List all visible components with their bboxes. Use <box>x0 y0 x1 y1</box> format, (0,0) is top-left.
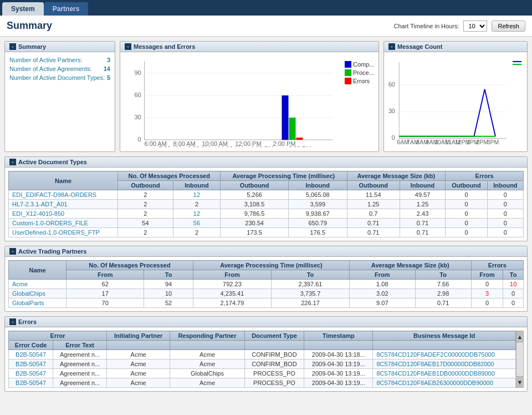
doc-size-out: 11.54 <box>347 190 400 200</box>
active-partners-panel: - Active Trading Partners Name No. Of Me… <box>4 246 528 312</box>
col-size-out: Outbound <box>347 181 400 190</box>
doc-size-in: 0.71 <box>400 219 445 228</box>
err-resp: Acme <box>170 350 244 360</box>
stat-value-2: 5 <box>107 74 110 81</box>
doc-time-in: 9,938.67 <box>288 209 347 219</box>
errors-col-doc: Document Type <box>244 331 304 341</box>
err-resp: Acme <box>170 360 244 369</box>
doc-time-in: 650.79 <box>288 219 347 228</box>
doc-time-in: 3,599 <box>288 200 347 209</box>
errors-sub-resp <box>170 341 244 350</box>
partners-col-from-3: From <box>350 270 416 280</box>
errors-col-ts: Timestamp <box>304 331 373 341</box>
err-init: Acme <box>107 360 170 369</box>
partner-name[interactable]: GlobalChips <box>9 289 66 298</box>
col-proc-in: Inbound <box>173 181 221 190</box>
stat-row-2: Number of Active Document Types: 5 <box>9 74 110 81</box>
err-msgid[interactable]: 8C5784CD120F8AEB26300000DDB90000 <box>373 378 516 388</box>
doc-time-out: 5,266 <box>221 190 289 200</box>
partners-col-name: Name <box>9 261 66 280</box>
partners-col-num-processed: No. Of Messages Processed <box>66 261 193 270</box>
svg-text:3:00 PM: 3:00 PM <box>289 145 311 147</box>
partner-proc-to: 10 <box>144 289 193 298</box>
col-err-in: Inbound <box>487 181 523 190</box>
active-doc-collapse-icon[interactable]: - <box>9 159 16 165</box>
doc-type-name[interactable]: EDI_X12-4010-850 <box>9 209 118 219</box>
stat-label-2: Number of Active Document Types: <box>9 74 105 81</box>
err-resp: GlobalChips <box>170 369 244 378</box>
summary-collapse-icon[interactable]: - <box>9 43 16 50</box>
top-row: - Summary Number of Active Partners: 3 N… <box>4 41 528 152</box>
err-msgid[interactable]: 8C5784CD120F8ADEF2C00000DDB75000 <box>373 350 516 360</box>
err-doc: PROCESS_PO <box>244 369 304 378</box>
doc-type-name[interactable]: HL7-2.3.1-ADT_A01 <box>9 200 118 209</box>
message-count-collapse-icon[interactable]: - <box>388 43 395 50</box>
svg-text:60: 60 <box>388 81 395 88</box>
doc-type-row: Custom-1.0-ORDERS_FILE 54 56 230.54 650.… <box>9 219 524 228</box>
doc-size-out: 0.71 <box>347 228 400 237</box>
scrollbar-track <box>516 342 523 376</box>
errors-col-text: Error Text <box>53 341 107 350</box>
legend-process-label: Proce... <box>353 69 374 76</box>
doc-size-in: 49.57 <box>400 190 445 200</box>
partner-time-to: 226.17 <box>271 298 349 308</box>
chart-timeline-label: Chart Timeline in Hours: <box>393 23 459 29</box>
partner-row: Acme 62 94 792.23 2,397.61 1.08 7.66 0 1… <box>9 280 524 289</box>
messages-collapse-icon[interactable]: - <box>125 43 131 50</box>
scrollbar-down[interactable]: ▼ <box>516 376 523 387</box>
svg-text:9:00 AM: 9:00 AM <box>188 145 210 147</box>
doc-proc-out: 54 <box>118 219 173 228</box>
error-row: B2B-50547 Agreement n... Acme GlobalChip… <box>9 369 516 378</box>
svg-text:0: 0 <box>138 136 141 143</box>
col-name: Name <box>9 171 118 190</box>
tab-system[interactable]: System <box>2 2 44 16</box>
stat-value-1: 14 <box>104 65 110 72</box>
doc-type-name[interactable]: UserDefined-1.0-ORDERS_FTP <box>9 228 118 237</box>
partner-size-from: 1.08 <box>350 280 416 289</box>
partner-size-from: 3.02 <box>350 289 416 298</box>
errors-col-error: Error <box>9 331 107 341</box>
refresh-button[interactable]: Refresh <box>492 21 525 32</box>
summary-panel-header: - Summary <box>5 42 115 52</box>
partner-name[interactable]: Acme <box>9 280 66 289</box>
partner-proc-from: 70 <box>66 298 144 308</box>
main-content: - Summary Number of Active Partners: 3 N… <box>0 37 532 396</box>
partner-size-to: 2.98 <box>415 289 471 298</box>
err-code: B2B-50547 <box>9 369 53 378</box>
err-init: Acme <box>107 350 170 360</box>
partners-col-from-2: From <box>193 270 271 280</box>
legend-process-color <box>345 69 351 76</box>
err-doc: PROCESS_PO <box>244 378 304 388</box>
active-doc-types-title: Active Document Types <box>18 159 87 165</box>
partners-col-from-4: From <box>471 270 503 280</box>
err-msgid[interactable]: 8C5784CD120F8AEB17D00000DDB82000 <box>373 360 516 369</box>
message-count-title: Message Count <box>397 43 442 50</box>
active-partners-title: Active Trading Partners <box>18 248 87 255</box>
partner-name[interactable]: GlobalParts <box>9 298 66 308</box>
active-partners-header: - Active Trading Partners <box>5 246 527 257</box>
err-ts: 2009-04-30 13:19... <box>304 369 373 378</box>
col-time-out: Outbound <box>221 181 289 190</box>
doc-err-out: 0 <box>446 228 488 237</box>
active-partners-collapse-icon[interactable]: - <box>9 248 16 255</box>
doc-type-name[interactable]: EDI_EDIFACT-D98A-ORDERS <box>9 190 118 200</box>
partner-err-from: 3 <box>471 289 503 298</box>
doc-err-out: 0 <box>446 219 488 228</box>
doc-type-name[interactable]: Custom-1.0-ORDERS_FILE <box>9 219 118 228</box>
hour-select[interactable]: 10 6 12 24 <box>463 21 487 32</box>
err-msgid[interactable]: 8C5784CD120F8AEB1DB00000DDB89000 <box>373 369 516 378</box>
scrollbar-up[interactable]: ▲ <box>516 331 523 342</box>
page-header: Summary Chart Timeline in Hours: 10 6 12… <box>0 16 532 37</box>
partners-col-to-4: To <box>503 270 524 280</box>
active-doc-types-table: Name No. Of Messages Processed Average P… <box>8 171 524 237</box>
partners-col-avg-size: Average Message Size (kb) <box>350 261 472 270</box>
partner-proc-from: 17 <box>66 289 144 298</box>
svg-rect-10 <box>289 118 296 140</box>
tab-partners[interactable]: Partners <box>44 2 89 16</box>
stat-value-0: 3 <box>107 57 110 63</box>
partners-col-to-2: To <box>271 270 349 280</box>
svg-text:30: 30 <box>135 114 141 120</box>
errors-collapse-icon[interactable]: - <box>9 318 16 325</box>
partner-err-from: 0 <box>471 280 503 289</box>
doc-proc-in: 12 <box>173 209 221 219</box>
